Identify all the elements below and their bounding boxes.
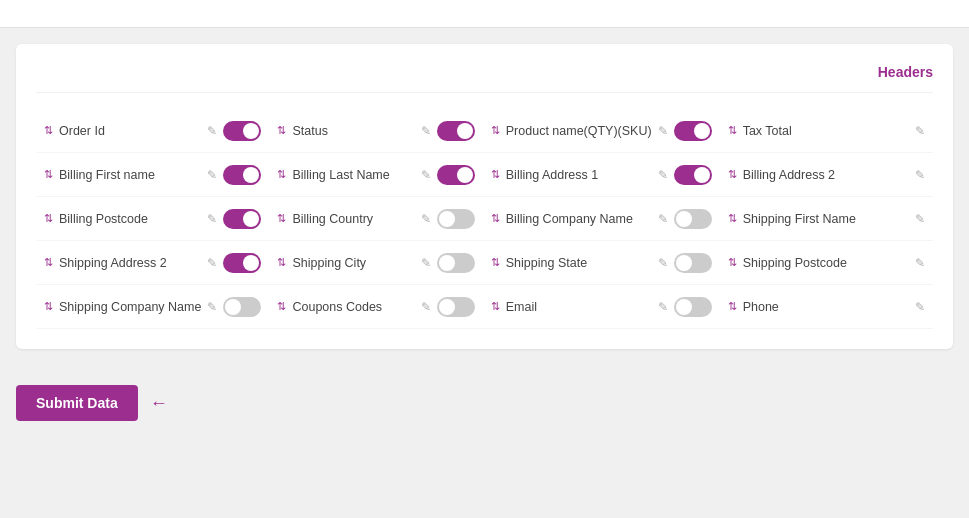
cell-label: Shipping First Name	[743, 212, 909, 226]
toggle-slider	[223, 165, 261, 185]
edit-icon[interactable]: ✎	[915, 212, 925, 226]
toggle-switch[interactable]	[674, 253, 712, 273]
sort-icon: ⇅	[728, 124, 737, 137]
sort-icon: ⇅	[44, 300, 53, 313]
toggle-switch[interactable]	[437, 121, 475, 141]
edit-icon[interactable]: ✎	[658, 256, 668, 270]
edit-icon[interactable]: ✎	[207, 168, 217, 182]
edit-icon[interactable]: ✎	[207, 256, 217, 270]
sort-icon: ⇅	[277, 168, 286, 181]
cell-label: Billing Company Name	[506, 212, 652, 226]
cell-label: Product name(QTY)(SKU)	[506, 124, 652, 138]
edit-icon[interactable]: ✎	[421, 124, 431, 138]
toggle-switch[interactable]	[437, 165, 475, 185]
cell-label: Status	[292, 124, 414, 138]
field-grid: ⇅Order Id✎⇅Status✎⇅Product name(QTY)(SKU…	[36, 109, 933, 329]
edit-icon[interactable]: ✎	[658, 300, 668, 314]
grid-cell: ⇅Billing Postcode✎	[36, 197, 269, 241]
cell-label: Phone	[743, 300, 909, 314]
grid-cell: ⇅Shipping Address 2✎	[36, 241, 269, 285]
toggle-switch[interactable]	[437, 297, 475, 317]
toggle-slider	[223, 121, 261, 141]
toggle-slider	[437, 209, 475, 229]
sort-icon: ⇅	[491, 168, 500, 181]
edit-icon[interactable]: ✎	[915, 168, 925, 182]
toggle-switch[interactable]	[223, 165, 261, 185]
edit-icon[interactable]: ✎	[421, 300, 431, 314]
edit-icon[interactable]: ✎	[915, 300, 925, 314]
grid-cell: ⇅Billing Company Name✎	[483, 197, 720, 241]
grid-cell: ⇅Shipping City✎	[269, 241, 482, 285]
card-header: Headers	[36, 64, 933, 93]
toggle-slider	[437, 121, 475, 141]
submit-button[interactable]: Submit Data	[16, 385, 138, 421]
sort-icon: ⇅	[728, 300, 737, 313]
edit-icon[interactable]: ✎	[421, 212, 431, 226]
grid-cell: ⇅Email✎	[483, 285, 720, 329]
toggle-slider	[223, 253, 261, 273]
toggle-slider	[674, 297, 712, 317]
toggle-switch[interactable]	[223, 121, 261, 141]
cell-label: Shipping Address 2	[59, 256, 201, 270]
grid-cell: ⇅Billing Last Name✎	[269, 153, 482, 197]
edit-icon[interactable]: ✎	[915, 124, 925, 138]
grid-cell: ⇅Phone✎	[720, 285, 933, 329]
cell-label: Billing Country	[292, 212, 414, 226]
sort-icon: ⇅	[44, 212, 53, 225]
edit-icon[interactable]: ✎	[658, 212, 668, 226]
toggle-switch[interactable]	[674, 297, 712, 317]
cell-label: Coupons Codes	[292, 300, 414, 314]
cell-label: Billing Address 2	[743, 168, 909, 182]
edit-icon[interactable]: ✎	[658, 168, 668, 182]
toggle-switch[interactable]	[223, 253, 261, 273]
sort-icon: ⇅	[491, 300, 500, 313]
sort-icon: ⇅	[277, 124, 286, 137]
grid-cell: ⇅Order Id✎	[36, 109, 269, 153]
cell-label: Shipping State	[506, 256, 652, 270]
main-card: Headers ⇅Order Id✎⇅Status✎⇅Product name(…	[16, 44, 953, 349]
edit-icon[interactable]: ✎	[207, 300, 217, 314]
toggle-slider	[223, 209, 261, 229]
grid-cell: ⇅Shipping First Name✎	[720, 197, 933, 241]
grid-cell: ⇅Coupons Codes✎	[269, 285, 482, 329]
edit-icon[interactable]: ✎	[658, 124, 668, 138]
edit-icon[interactable]: ✎	[421, 256, 431, 270]
sort-icon: ⇅	[277, 212, 286, 225]
edit-icon[interactable]: ✎	[207, 212, 217, 226]
sort-icon: ⇅	[728, 168, 737, 181]
toggle-switch[interactable]	[437, 209, 475, 229]
edit-icon[interactable]: ✎	[915, 256, 925, 270]
grid-cell: ⇅Billing Address 2✎	[720, 153, 933, 197]
cell-label: Billing First name	[59, 168, 201, 182]
toggle-switch[interactable]	[674, 165, 712, 185]
sort-icon: ⇅	[277, 256, 286, 269]
grid-cell: ⇅Shipping Company Name✎	[36, 285, 269, 329]
arrow-right-icon: ←	[150, 393, 168, 414]
cell-label: Order Id	[59, 124, 201, 138]
sort-icon: ⇅	[728, 256, 737, 269]
toggle-switch[interactable]	[223, 297, 261, 317]
cell-label: Email	[506, 300, 652, 314]
grid-cell: ⇅Shipping State✎	[483, 241, 720, 285]
toggle-slider	[674, 209, 712, 229]
grid-cell: ⇅Shipping Postcode✎	[720, 241, 933, 285]
grid-cell: ⇅Product name(QTY)(SKU)✎	[483, 109, 720, 153]
edit-icon[interactable]: ✎	[207, 124, 217, 138]
sort-icon: ⇅	[44, 168, 53, 181]
cell-label: Billing Last Name	[292, 168, 414, 182]
cell-label: Shipping City	[292, 256, 414, 270]
sort-icon: ⇅	[277, 300, 286, 313]
footer: Submit Data ←	[0, 365, 969, 441]
toggle-slider	[674, 121, 712, 141]
toggle-switch[interactable]	[437, 253, 475, 273]
sort-icon: ⇅	[728, 212, 737, 225]
sort-icon: ⇅	[491, 256, 500, 269]
headers-title: Headers	[878, 64, 933, 80]
toggle-switch[interactable]	[674, 121, 712, 141]
toggle-slider	[674, 253, 712, 273]
toggle-switch[interactable]	[223, 209, 261, 229]
toggle-switch[interactable]	[674, 209, 712, 229]
sort-icon: ⇅	[491, 212, 500, 225]
edit-icon[interactable]: ✎	[421, 168, 431, 182]
toggle-slider	[437, 297, 475, 317]
